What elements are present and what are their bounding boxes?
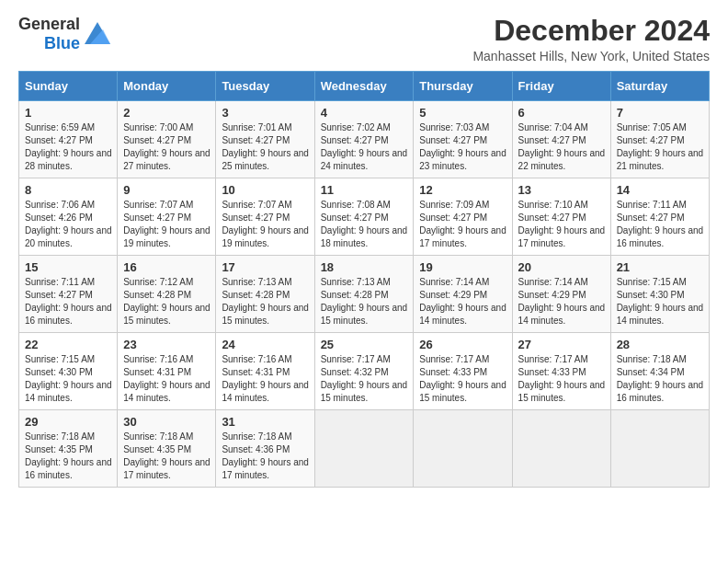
day-cell: 22 Sunrise: 7:15 AMSunset: 4:30 PMDaylig… [19,333,118,410]
calendar-table: SundayMondayTuesdayWednesdayThursdayFrid… [18,71,710,488]
day-number: 2 [123,106,210,120]
day-cell: 6 Sunrise: 7:04 AMSunset: 4:27 PMDayligh… [512,101,610,178]
day-info: Sunrise: 7:16 AMSunset: 4:31 PMDaylight:… [123,354,210,403]
week-row-3: 15 Sunrise: 7:11 AMSunset: 4:27 PMDaylig… [19,256,710,333]
day-cell [314,410,414,488]
day-number: 31 [222,415,309,429]
day-cell: 23 Sunrise: 7:16 AMSunset: 4:31 PMDaylig… [118,333,216,410]
logo-text-blue: Blue [44,34,80,53]
day-number: 1 [25,106,112,120]
day-info: Sunrise: 7:17 AMSunset: 4:33 PMDaylight:… [518,354,606,403]
day-cell: 9 Sunrise: 7:07 AMSunset: 4:27 PMDayligh… [118,178,216,256]
day-number: 17 [222,260,309,274]
day-info: Sunrise: 7:10 AMSunset: 4:27 PMDaylight:… [518,200,606,248]
day-info: Sunrise: 7:07 AMSunset: 4:27 PMDaylight:… [222,200,309,248]
day-info: Sunrise: 7:11 AMSunset: 4:27 PMDaylight:… [25,277,112,326]
day-cell: 16 Sunrise: 7:12 AMSunset: 4:28 PMDaylig… [118,256,216,333]
day-number: 19 [419,260,506,274]
day-number: 18 [321,260,409,274]
day-info: Sunrise: 7:18 AMSunset: 4:35 PMDaylight:… [123,431,210,480]
day-cell: 5 Sunrise: 7:03 AMSunset: 4:27 PMDayligh… [414,101,512,178]
day-info: Sunrise: 6:59 AMSunset: 4:27 PMDaylight:… [25,122,112,171]
day-info: Sunrise: 7:05 AMSunset: 4:27 PMDaylight:… [617,122,704,171]
day-cell: 14 Sunrise: 7:11 AMSunset: 4:27 PMDaylig… [610,178,709,256]
day-info: Sunrise: 7:04 AMSunset: 4:27 PMDaylight:… [518,122,606,171]
day-info: Sunrise: 7:17 AMSunset: 4:32 PMDaylight:… [321,354,408,403]
month-title: December 2024 [472,15,710,47]
logo: General Blue [18,15,110,52]
day-cell: 25 Sunrise: 7:17 AMSunset: 4:32 PMDaylig… [314,333,414,410]
day-number: 14 [617,183,704,197]
day-cell: 12 Sunrise: 7:09 AMSunset: 4:27 PMDaylig… [414,178,512,256]
day-info: Sunrise: 7:01 AMSunset: 4:27 PMDaylight:… [222,122,309,171]
day-cell: 18 Sunrise: 7:13 AMSunset: 4:28 PMDaylig… [314,256,414,333]
day-cell [512,410,610,488]
day-cell [610,410,709,488]
day-info: Sunrise: 7:02 AMSunset: 4:27 PMDaylight:… [321,122,408,171]
day-cell: 10 Sunrise: 7:07 AMSunset: 4:27 PMDaylig… [216,178,314,256]
day-number: 5 [419,106,506,120]
day-number: 29 [25,415,112,429]
day-cell: 7 Sunrise: 7:05 AMSunset: 4:27 PMDayligh… [610,101,709,178]
day-number: 28 [617,338,704,351]
day-number: 27 [518,338,606,351]
day-info: Sunrise: 7:16 AMSunset: 4:31 PMDaylight:… [222,354,309,403]
weekday-header-thursday: Thursday [414,72,512,101]
day-info: Sunrise: 7:11 AMSunset: 4:27 PMDaylight:… [617,200,704,248]
day-info: Sunrise: 7:09 AMSunset: 4:27 PMDaylight:… [419,200,506,248]
day-info: Sunrise: 7:15 AMSunset: 4:30 PMDaylight:… [617,277,704,326]
week-row-2: 8 Sunrise: 7:06 AMSunset: 4:26 PMDayligh… [19,178,710,256]
day-cell: 8 Sunrise: 7:06 AMSunset: 4:26 PMDayligh… [19,178,118,256]
day-number: 11 [321,183,409,197]
day-cell: 30 Sunrise: 7:18 AMSunset: 4:35 PMDaylig… [118,410,216,488]
week-row-1: 1 Sunrise: 6:59 AMSunset: 4:27 PMDayligh… [19,101,710,178]
day-info: Sunrise: 7:00 AMSunset: 4:27 PMDaylight:… [123,122,210,171]
day-number: 6 [518,106,606,120]
day-number: 24 [222,338,309,351]
day-number: 15 [25,260,112,274]
day-number: 21 [617,260,704,274]
day-number: 10 [222,183,309,197]
day-cell: 26 Sunrise: 7:17 AMSunset: 4:33 PMDaylig… [414,333,512,410]
day-number: 4 [321,106,409,120]
day-number: 7 [617,106,704,120]
day-cell: 2 Sunrise: 7:00 AMSunset: 4:27 PMDayligh… [118,101,216,178]
weekday-header-tuesday: Tuesday [216,72,314,101]
day-info: Sunrise: 7:14 AMSunset: 4:29 PMDaylight:… [419,277,506,326]
day-cell: 13 Sunrise: 7:10 AMSunset: 4:27 PMDaylig… [512,178,610,256]
day-number: 3 [222,106,309,120]
day-info: Sunrise: 7:08 AMSunset: 4:27 PMDaylight:… [321,200,408,248]
day-number: 12 [419,183,506,197]
title-area: December 2024 Manhasset Hills, New York,… [472,15,710,63]
weekday-header-friday: Friday [512,72,610,101]
day-cell: 29 Sunrise: 7:18 AMSunset: 4:35 PMDaylig… [19,410,118,488]
day-cell: 4 Sunrise: 7:02 AMSunset: 4:27 PMDayligh… [314,101,414,178]
day-number: 25 [321,338,409,351]
day-cell: 20 Sunrise: 7:14 AMSunset: 4:29 PMDaylig… [512,256,610,333]
location-title: Manhasset Hills, New York, United States [472,49,710,63]
week-row-4: 22 Sunrise: 7:15 AMSunset: 4:30 PMDaylig… [19,333,710,410]
day-cell: 15 Sunrise: 7:11 AMSunset: 4:27 PMDaylig… [19,256,118,333]
day-info: Sunrise: 7:06 AMSunset: 4:26 PMDaylight:… [25,200,112,248]
day-number: 20 [518,260,606,274]
weekday-header-monday: Monday [118,72,216,101]
day-number: 8 [25,183,112,197]
day-number: 22 [25,338,112,351]
logo-icon [85,22,110,48]
day-info: Sunrise: 7:03 AMSunset: 4:27 PMDaylight:… [419,122,506,171]
day-cell: 17 Sunrise: 7:13 AMSunset: 4:28 PMDaylig… [216,256,314,333]
week-row-5: 29 Sunrise: 7:18 AMSunset: 4:35 PMDaylig… [19,410,710,488]
day-number: 23 [123,338,210,351]
day-cell [414,410,512,488]
day-cell: 19 Sunrise: 7:14 AMSunset: 4:29 PMDaylig… [414,256,512,333]
weekday-header-wednesday: Wednesday [314,72,414,101]
day-cell: 11 Sunrise: 7:08 AMSunset: 4:27 PMDaylig… [314,178,414,256]
day-cell: 3 Sunrise: 7:01 AMSunset: 4:27 PMDayligh… [216,101,314,178]
day-info: Sunrise: 7:14 AMSunset: 4:29 PMDaylight:… [518,277,606,326]
day-number: 30 [123,415,210,429]
day-number: 26 [419,338,506,351]
weekday-header-row: SundayMondayTuesdayWednesdayThursdayFrid… [19,72,710,101]
day-info: Sunrise: 7:13 AMSunset: 4:28 PMDaylight:… [222,277,309,326]
day-info: Sunrise: 7:12 AMSunset: 4:28 PMDaylight:… [123,277,210,326]
page-header: General Blue December 2024 Manhasset Hil… [18,15,710,63]
